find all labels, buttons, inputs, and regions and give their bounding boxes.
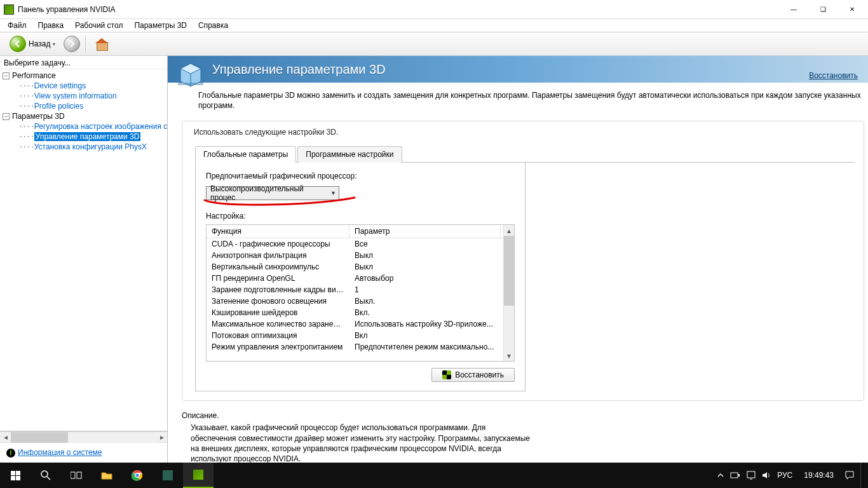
cell-parameter: Выкл [349, 261, 501, 273]
tray-volume-icon[interactable] [762, 471, 771, 480]
scroll-left-icon[interactable]: ◂ [0, 432, 11, 443]
back-arrow-icon [10, 36, 26, 52]
tab-strip: Глобальные параметры Программные настрой… [195, 146, 855, 163]
restore-defaults-link[interactable]: Восстановить [809, 71, 858, 80]
table-row[interactable]: ГП рендеринга OpenGLАвтовыбор [207, 273, 503, 284]
table-row[interactable]: Режим управления электропитаниемПредпочт… [207, 341, 503, 353]
main-scroll[interactable]: Глобальные параметры 3D можно заменить и… [168, 83, 868, 463]
tray-network-icon[interactable] [747, 471, 756, 480]
tree-item-image-adjust[interactable]: ····Регулировка настроек изображения с п… [1, 121, 167, 132]
page-title: Управление параметрами 3D [212, 62, 386, 77]
nav-tree[interactable]: − Performance ····Device settings ····Vi… [0, 69, 167, 431]
scroll-down-icon[interactable]: ▾ [504, 350, 514, 361]
tray-action-center[interactable] [845, 471, 854, 480]
tray-power-icon[interactable] [730, 471, 740, 479]
svg-point-9 [135, 473, 139, 477]
scroll-track[interactable] [504, 236, 514, 350]
table-row[interactable]: Затенение фонового освещенияВыкл. [207, 295, 503, 307]
taskbar-taskview[interactable] [61, 463, 92, 488]
scroll-up-icon[interactable]: ▴ [504, 225, 514, 236]
nvidia-app-icon [4, 4, 14, 15]
description-block: Описание. Указывает, какой графический п… [178, 407, 534, 463]
back-dropdown-icon: ▾ [53, 41, 55, 47]
scroll-thumb[interactable] [11, 432, 68, 443]
search-icon [40, 470, 51, 481]
tab-program[interactable]: Программные настройки [297, 146, 402, 163]
svg-point-4 [41, 471, 48, 477]
chrome-icon [132, 470, 143, 481]
minimize-button[interactable]: — [779, 0, 808, 19]
cell-function: Затенение фонового освещения [207, 295, 349, 307]
svg-rect-11 [738, 474, 740, 477]
cell-function: Потоковая оптимизация [207, 330, 349, 341]
cell-parameter: Автовыбор [349, 273, 501, 284]
back-button[interactable]: Назад ▾ [5, 34, 60, 54]
table-row[interactable]: Вертикальный синхроимпульсВыкл [207, 261, 503, 273]
col-function[interactable]: Функция [207, 225, 349, 238]
tree-item-manage-3d[interactable]: ····Управление параметрами 3D [1, 132, 167, 142]
cell-function: Анизотропная фильтрация [207, 250, 349, 261]
system-info-link[interactable]: Информация о системе [18, 448, 102, 457]
cell-parameter: Выкл. [349, 295, 501, 307]
folder-icon [101, 471, 112, 480]
tree-item-physx[interactable]: ····Установка конфигурации PhysX [1, 142, 167, 152]
chevron-down-icon: ▼ [330, 190, 336, 196]
table-row[interactable]: Кэширование шейдеровВкл. [207, 307, 503, 318]
info-icon: i [6, 449, 15, 458]
collapse-icon[interactable]: − [3, 72, 10, 79]
cell-function: CUDA - графические процессоры [207, 238, 349, 250]
settings-group: Использовать следующие настройки 3D. Гло… [182, 121, 864, 401]
restore-button-label: Восстановить [455, 370, 504, 379]
table-row[interactable]: Максимальное количество заранее по...Исп… [207, 318, 503, 330]
scroll-track[interactable] [11, 432, 156, 443]
close-button[interactable]: ✕ [837, 0, 867, 19]
menu-help[interactable]: Справка [193, 20, 233, 31]
app-icon [163, 470, 173, 480]
home-button[interactable] [91, 36, 112, 51]
cell-parameter: Предпочтителен режим максимально... [349, 341, 501, 353]
settings-list-label: Настройка: [206, 212, 515, 220]
titlebar: Панель управления NVIDIA — ❏ ✕ [0, 0, 868, 19]
table-vscrollbar[interactable]: ▴ ▾ [503, 225, 514, 361]
svg-rect-7 [77, 472, 81, 478]
tab-global[interactable]: Глобальные параметры [195, 146, 296, 163]
tray-language[interactable]: РУС [777, 471, 792, 480]
scroll-right-icon[interactable]: ▸ [156, 432, 167, 443]
show-desktop[interactable] [860, 463, 864, 488]
cell-parameter: Все [349, 238, 501, 250]
forward-button[interactable] [64, 36, 80, 52]
start-button[interactable] [0, 463, 31, 488]
tree-cat-performance[interactable]: − Performance [1, 71, 167, 81]
taskbar-nvidia-cp[interactable] [183, 463, 214, 488]
sidebar-hscrollbar[interactable]: ◂ ▸ [0, 431, 167, 442]
tree-cat-params3d[interactable]: − Параметры 3D [1, 111, 167, 121]
tray-clock[interactable]: 19:49:43 [799, 471, 839, 480]
cell-function: Вертикальный синхроимпульс [207, 261, 349, 273]
collapse-icon[interactable]: − [3, 113, 10, 120]
tree-item-device-settings[interactable]: ····Device settings [1, 81, 167, 91]
home-icon [95, 38, 108, 50]
table-row[interactable]: CUDA - графические процессорыВсе [207, 238, 503, 250]
menu-file[interactable]: Файл [3, 20, 32, 31]
table-row[interactable]: Заранее подготовленные кадры вирту...1 [207, 284, 503, 295]
sidebar: Выберите задачу... − Performance ····Dev… [0, 56, 168, 463]
cell-parameter: Вкл [349, 330, 501, 341]
menu-params3d[interactable]: Параметры 3D [129, 20, 192, 31]
maximize-button[interactable]: ❏ [808, 0, 837, 19]
menu-edit[interactable]: Правка [33, 20, 69, 31]
svg-rect-10 [731, 473, 738, 478]
menu-desktop[interactable]: Рабочий стол [70, 20, 128, 31]
table-row[interactable]: Анизотропная фильтрацияВыкл [207, 250, 503, 261]
restore-button[interactable]: Восстановить [431, 368, 515, 382]
tree-item-profile-policies[interactable]: ····Profile policies [1, 101, 167, 111]
taskbar-app-1[interactable] [153, 463, 183, 488]
tray-overflow[interactable] [717, 472, 724, 478]
col-parameter[interactable]: Параметр [349, 225, 501, 238]
tree-item-view-sysinfo[interactable]: ····View system information [1, 91, 167, 101]
taskbar-chrome[interactable] [122, 463, 153, 488]
taskbar-explorer[interactable] [92, 463, 122, 488]
taskbar-search[interactable] [31, 463, 61, 488]
scroll-thumb[interactable] [504, 236, 514, 306]
table-row[interactable]: Потоковая оптимизацияВкл [207, 330, 503, 341]
back-label: Назад [29, 39, 50, 48]
